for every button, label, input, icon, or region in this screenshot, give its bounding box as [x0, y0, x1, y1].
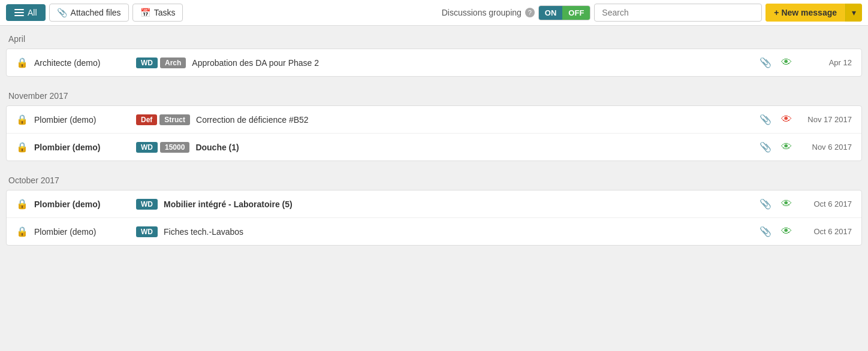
visibility-icon: 👁: [781, 56, 792, 69]
toggle-group: ON OFF: [538, 5, 591, 20]
lock-icon: 🔒: [16, 57, 28, 68]
message-sender: Plombier (demo): [34, 227, 130, 237]
lock-icon: 🔒: [16, 226, 28, 237]
message-title: Fiches tech.-Lavabos: [164, 227, 754, 237]
badge-group: WD15000: [136, 142, 189, 153]
message-date: Oct 6 2017: [798, 227, 852, 236]
row-icons: 📎👁: [760, 113, 792, 126]
badge-arch: Arch: [160, 58, 186, 68]
badge-group: DefStruct: [136, 114, 190, 125]
attachment-icon: 📎: [760, 114, 771, 125]
badge-group: WDArch: [136, 58, 186, 68]
new-message-dropdown-button[interactable]: ▾: [845, 4, 862, 22]
badge-wd: WD: [136, 199, 158, 210]
badge-struct: Struct: [159, 114, 190, 125]
search-input[interactable]: [594, 4, 762, 22]
attachment-icon: 📎: [760, 198, 771, 210]
tasks-label: Tasks: [154, 8, 176, 17]
visibility-icon: 👁: [781, 113, 792, 126]
group-header-2: October 2017: [6, 167, 862, 190]
discussions-grouping-label: Discussions grouping: [442, 8, 522, 17]
visibility-icon: 👁: [781, 198, 792, 210]
attached-files-label: Attached files: [71, 8, 121, 17]
badge-wd: WD: [136, 226, 158, 237]
attachment-icon: 📎: [760, 57, 771, 68]
help-icon[interactable]: ?: [525, 8, 535, 17]
tasks-button[interactable]: 📅 Tasks: [132, 4, 183, 22]
message-date: Nov 6 2017: [798, 143, 852, 152]
lock-icon: 🔒: [16, 114, 28, 125]
badge-group: WD: [136, 199, 158, 210]
all-button[interactable]: All: [6, 4, 46, 21]
lock-icon: 🔒: [16, 141, 28, 153]
badge-wd: WD: [136, 58, 158, 68]
table-row[interactable]: 🔒Architecte (demo)WDArchApprobation des …: [7, 49, 861, 76]
message-group-2: 🔒Plombier (demo)WDMobilier intégré - Lab…: [6, 190, 862, 246]
toolbar: All 📎 Attached files 📅 Tasks Discussions…: [0, 0, 868, 26]
attachment-icon: 📎: [760, 226, 771, 237]
attachment-icon: 📎: [760, 141, 771, 153]
message-date: Nov 17 2017: [798, 115, 852, 124]
message-date: Oct 6 2017: [798, 199, 852, 208]
message-date: Apr 12: [798, 58, 852, 67]
all-label: All: [28, 8, 37, 17]
new-message-button[interactable]: + New message: [765, 4, 845, 22]
lock-icon: 🔒: [16, 198, 28, 210]
paperclip-icon: 📎: [57, 8, 67, 17]
badge-def: Def: [136, 114, 157, 125]
calendar-icon: 📅: [140, 8, 150, 17]
table-row[interactable]: 🔒Plombier (demo)DefStructCorrection de d…: [7, 106, 861, 134]
toggle-on-button[interactable]: ON: [539, 6, 563, 20]
visibility-icon: 👁: [781, 141, 792, 153]
discussions-grouping-section: Discussions grouping ?: [442, 8, 535, 17]
new-message-button-group: + New message ▾: [765, 4, 862, 22]
group-header-0: April: [6, 26, 862, 49]
hamburger-icon: [14, 9, 24, 16]
message-group-0: 🔒Architecte (demo)WDArchApprobation des …: [6, 49, 862, 77]
row-icons: 📎👁: [760, 225, 792, 238]
message-group-1: 🔒Plombier (demo)DefStructCorrection de d…: [6, 105, 862, 161]
message-title: Approbation des DA pour Phase 2: [192, 58, 754, 68]
group-header-1: November 2017: [6, 83, 862, 105]
table-row[interactable]: 🔒Plombier (demo)WDMobilier intégré - Lab…: [7, 190, 861, 218]
attached-files-button[interactable]: 📎 Attached files: [49, 4, 129, 22]
badge-group: WD: [136, 226, 158, 237]
message-sender: Plombier (demo): [34, 199, 130, 209]
row-icons: 📎👁: [760, 141, 792, 153]
table-row[interactable]: 🔒Plombier (demo)WDFiches tech.-Lavabos📎👁…: [7, 218, 861, 245]
toggle-off-button[interactable]: OFF: [562, 6, 590, 20]
message-sender: Plombier (demo): [34, 115, 130, 125]
chevron-down-icon: ▾: [852, 8, 856, 17]
table-row[interactable]: 🔒Plombier (demo)WD15000Douche (1)📎👁Nov 6…: [7, 134, 861, 161]
message-sender: Architecte (demo): [34, 58, 130, 68]
badge-wd: WD: [136, 142, 158, 153]
message-title: Mobilier intégré - Laboratoire (5): [164, 199, 754, 209]
row-icons: 📎👁: [760, 56, 792, 69]
content-area: April🔒Architecte (demo)WDArchApprobation…: [0, 26, 868, 258]
row-icons: 📎👁: [760, 198, 792, 210]
message-title: Correction de déficience #B52: [196, 115, 754, 125]
message-sender: Plombier (demo): [34, 143, 130, 152]
visibility-icon: 👁: [781, 225, 792, 238]
message-title: Douche (1): [195, 143, 754, 152]
badge-num: 15000: [160, 142, 189, 153]
